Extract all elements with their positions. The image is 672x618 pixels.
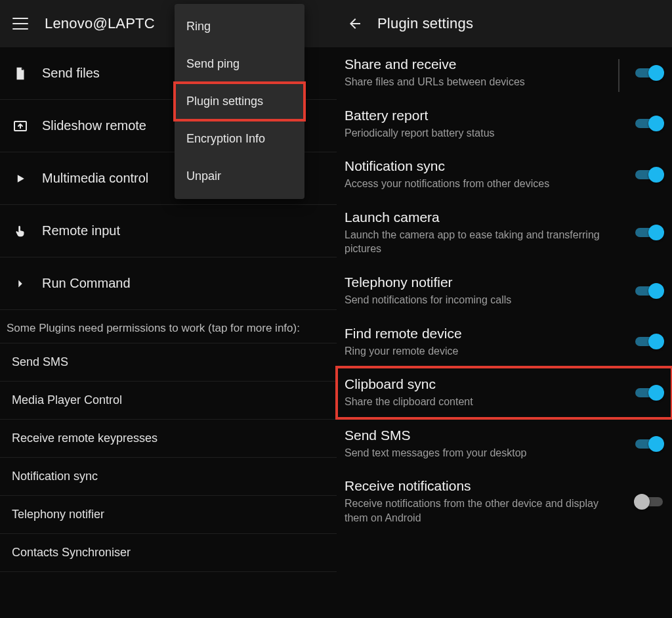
action-label: Multimedia control [42, 171, 148, 186]
setting-toggle[interactable] [634, 384, 664, 401]
action-run-command[interactable]: Run Command [0, 257, 337, 310]
setting-subtitle: Send text messages from your desktop [345, 446, 622, 460]
setting-toggle[interactable] [634, 115, 664, 132]
settings-list: Share and receiveShare files and URLs be… [337, 47, 672, 535]
setting-subtitle: Ring your remote device [345, 344, 622, 359]
setting-title: Notification sync [345, 158, 622, 174]
vertical-divider [618, 59, 620, 92]
setting-row-2[interactable]: Notification syncAccess your notificatio… [337, 149, 672, 200]
setting-title: Find remote device [345, 326, 622, 342]
play-icon [12, 172, 29, 185]
menu-unpair[interactable]: Unpair [175, 158, 304, 195]
perm-media-player[interactable]: Media Player Control [0, 382, 337, 420]
menu-ring[interactable]: Ring [175, 8, 304, 45]
setting-title: Launch camera [345, 210, 622, 225]
setting-toggle[interactable] [634, 282, 664, 299]
menu-plugin-settings[interactable]: Plugin settings [175, 83, 304, 120]
setting-toggle[interactable] [634, 166, 664, 183]
hamburger-icon[interactable] [10, 14, 30, 33]
setting-row-3[interactable]: Launch cameraLaunch the camera app to ea… [337, 200, 672, 265]
action-label: Run Command [42, 276, 131, 291]
setting-toggle[interactable] [634, 435, 664, 452]
setting-title: Battery report [345, 108, 622, 123]
setting-row-1[interactable]: Battery reportPeriodically report batter… [337, 99, 672, 150]
left-appbar-title: Lenovo@LAPTC [45, 15, 155, 32]
touch-icon [12, 224, 29, 238]
perm-remote-keypress[interactable]: Receive remote keypresses [0, 420, 337, 458]
setting-subtitle: Receive notifications from the other dev… [345, 497, 622, 525]
action-label: Remote input [42, 223, 120, 238]
setting-subtitle: Send notifications for incoming calls [345, 293, 622, 307]
overflow-menu: Ring Send ping Plugin settings Encryptio… [175, 4, 304, 199]
action-label: Slideshow remote [42, 118, 146, 133]
setting-toggle[interactable] [634, 493, 664, 510]
setting-toggle[interactable] [634, 64, 664, 81]
right-appbar-title: Plugin settings [377, 15, 473, 32]
right-pane: Plugin settings Share and receiveShare f… [337, 0, 672, 618]
setting-subtitle: Share the clipboard content [345, 395, 622, 409]
setting-row-5[interactable]: Find remote deviceRing your remote devic… [337, 317, 672, 368]
setting-title: Clipboard sync [345, 376, 622, 392]
menu-encryption-info[interactable]: Encryption Info [175, 120, 304, 158]
setting-subtitle: Launch the camera app to ease taking and… [345, 228, 622, 256]
setting-toggle[interactable] [634, 333, 664, 350]
file-icon [12, 66, 29, 81]
setting-row-0[interactable]: Share and receiveShare files and URLs be… [337, 47, 672, 99]
menu-send-ping[interactable]: Send ping [175, 45, 304, 83]
setting-subtitle: Access your notifications from other dev… [345, 177, 622, 191]
right-appbar: Plugin settings [337, 0, 672, 47]
perm-contacts-sync[interactable]: Contacts Synchroniser [0, 534, 337, 572]
setting-title: Send SMS [345, 428, 622, 443]
action-remote-input[interactable]: Remote input [0, 205, 337, 257]
setting-title: Share and receive [345, 56, 622, 72]
perm-telephony[interactable]: Telephony notifier [0, 496, 337, 534]
setting-row-7[interactable]: Send SMSSend text messages from your des… [337, 418, 672, 470]
perm-notif-sync[interactable]: Notification sync [0, 458, 337, 496]
setting-row-4[interactable]: Telephony notifierSend notifications for… [337, 265, 672, 317]
chevron-right-icon [12, 276, 29, 291]
setting-toggle[interactable] [634, 224, 664, 241]
perm-send-sms[interactable]: Send SMS [0, 343, 337, 382]
action-label: Send files [42, 66, 100, 81]
setting-subtitle: Periodically report battery status [345, 126, 622, 141]
setting-title: Telephony notifier [345, 275, 622, 290]
left-pane: Lenovo@LAPTC Send files Slideshow remote… [0, 0, 337, 618]
setting-subtitle: Share files and URLs between devices [345, 75, 622, 89]
present-icon [12, 118, 29, 134]
back-icon[interactable] [347, 16, 363, 32]
setting-row-8[interactable]: Receive notificationsReceive notificatio… [337, 469, 672, 534]
permissions-header[interactable]: Some Plugins need permissions to work (t… [0, 310, 337, 343]
setting-title: Receive notifications [345, 478, 622, 494]
setting-row-6[interactable]: Clipboard syncShare the clipboard conten… [337, 367, 672, 418]
